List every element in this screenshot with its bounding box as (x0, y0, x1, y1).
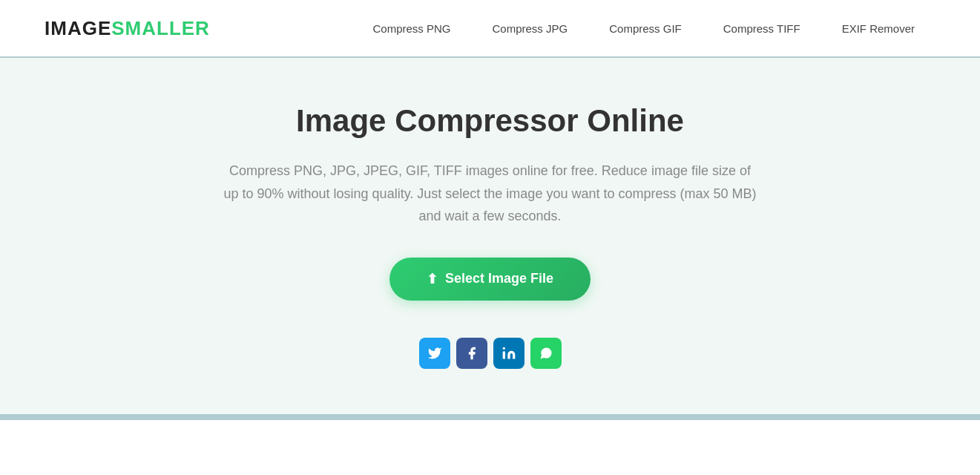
logo-smaller-text: SMALLER (111, 17, 210, 39)
facebook-share-button[interactable] (456, 338, 487, 369)
svg-point-0 (502, 347, 504, 350)
whatsapp-share-button[interactable] (530, 338, 562, 369)
whatsapp-icon (539, 346, 553, 361)
page-title: Image Compressor Online (296, 103, 684, 139)
site-logo[interactable]: IMAGESMALLER (45, 17, 210, 40)
nav-exif-remover[interactable]: EXIF Remover (821, 0, 935, 57)
nav-compress-gif[interactable]: Compress GIF (588, 0, 703, 57)
nav-compress-jpg[interactable]: Compress JPG (472, 0, 589, 57)
twitter-share-button[interactable] (419, 338, 450, 369)
linkedin-share-button[interactable] (493, 338, 524, 369)
site-footer (0, 414, 980, 420)
social-share-row (419, 338, 562, 369)
twitter-icon (427, 346, 442, 361)
site-header: IMAGESMALLER Compress PNG Compress JPG C… (0, 0, 980, 58)
main-nav: Compress PNG Compress JPG Compress GIF C… (352, 0, 935, 57)
select-image-button[interactable]: ⬆ Select Image File (389, 258, 591, 301)
select-button-label: Select Image File (445, 271, 553, 286)
main-content: Image Compressor Online Compress PNG, JP… (0, 58, 980, 414)
linkedin-icon (501, 346, 516, 361)
upload-icon: ⬆ (427, 271, 438, 287)
page-description: Compress PNG, JPG, JPEG, GIF, TIFF image… (223, 160, 757, 228)
nav-compress-tiff[interactable]: Compress TIFF (703, 0, 821, 57)
facebook-icon (464, 346, 479, 361)
nav-compress-png[interactable]: Compress PNG (352, 0, 471, 57)
logo-image-text: IMAGE (45, 17, 111, 39)
